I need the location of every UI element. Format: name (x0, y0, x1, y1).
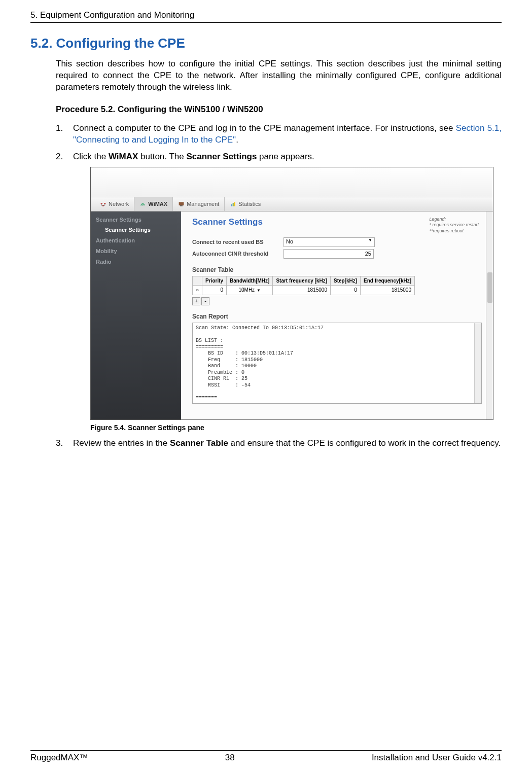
nav-management[interactable]: Management (173, 197, 225, 211)
step-number: 2. (56, 151, 63, 163)
nav-network[interactable]: Network (95, 197, 134, 211)
scanner-table-heading: Scanner Table (192, 266, 482, 274)
step-text: Connect a computer to the CPE and log in… (73, 123, 456, 133)
screenshot-sidebar: Scanner Settings Scanner Settings Authen… (91, 212, 181, 419)
cell-priority: 0 (202, 286, 227, 295)
table-header: Start frequency [kHz] (273, 276, 331, 286)
cell-end-freq[interactable]: 1815000 (361, 286, 415, 295)
table-header-row: Priority Bandwidth[MHz] Start frequency … (193, 276, 415, 286)
nav-label: Network (109, 200, 129, 208)
svg-rect-0 (101, 203, 102, 204)
connect-select[interactable]: No▼ (283, 237, 375, 247)
step-text: and ensure that the CPE is configured to… (228, 438, 501, 448)
footer-right: Installation and User Guide v4.2.1 (372, 753, 502, 763)
table-header: End frequency[kHz] (361, 276, 415, 286)
ui-element: Scanner Settings (186, 152, 257, 161)
step-number: 3. (56, 438, 63, 449)
form-label: Autoconnect CINR threshold (192, 250, 283, 258)
nav-label: Management (187, 200, 219, 208)
svg-rect-9 (231, 204, 232, 206)
table-controls: + - (192, 297, 482, 305)
legend-line: * requires service restart (429, 222, 479, 228)
svg-point-6 (143, 205, 144, 206)
cell-start-freq[interactable]: 1815000 (273, 286, 331, 295)
scrollbar[interactable] (486, 212, 493, 419)
sidebar-item-radio[interactable]: Radio (91, 257, 181, 267)
svg-rect-10 (233, 203, 234, 206)
table-row[interactable]: ○ 0 10MHz▼ 1815000 0 1815000 (193, 286, 415, 295)
scroll-thumb[interactable] (487, 272, 492, 303)
statistics-icon (230, 201, 236, 207)
step-text: Click the (73, 152, 109, 161)
table-header: Bandwidth[MHz] (227, 276, 273, 286)
procedure-heading: Procedure 5.2. Configuring the WiN5100 /… (56, 104, 502, 115)
sidebar-item-mobility[interactable]: Mobility (91, 246, 181, 257)
nav-statistics[interactable]: Statistics (225, 197, 266, 211)
section-heading: 5.2. Configuring the CPE (30, 36, 502, 51)
wimax-icon (139, 201, 146, 207)
table-header (193, 276, 202, 286)
form-row-autoconnect: Autoconnect CINR threshold (192, 249, 482, 259)
step-text: . (236, 135, 238, 145)
form-row-connect: Connect to recent used BS No▼ (192, 237, 482, 247)
add-row-button[interactable]: + (192, 297, 200, 305)
figure-container: Network WiMAX Management Statistics (90, 167, 502, 433)
scan-report-box: Scan State: Connected To 00:13:D5:01:1A:… (192, 323, 482, 404)
screenshot-main: Legend: * requires service restart **req… (181, 212, 493, 419)
screenshot-nav: Network WiMAX Management Statistics (91, 197, 493, 212)
svg-rect-1 (104, 203, 105, 204)
svg-rect-7 (179, 202, 184, 205)
footer-left: RuggedMAX™ (30, 753, 88, 763)
page-footer: RuggedMAX™ 38 Installation and User Guid… (30, 750, 502, 763)
legend-title: Legend: (429, 217, 479, 223)
step-text: Review the entries in the (73, 438, 170, 448)
nav-label: WiMAX (148, 200, 167, 208)
step-3: 3. Review the entries in the Scanner Tab… (56, 438, 502, 449)
cell-bandwidth[interactable]: 10MHz▼ (227, 286, 273, 295)
autoconnect-input[interactable] (283, 249, 374, 259)
table-header: Step[kHz] (330, 276, 360, 286)
ui-element: Scanner Table (170, 438, 228, 448)
step-2: 2. Click the WiMAX button. The Scanner S… (56, 151, 502, 433)
step-text: pane appears. (257, 152, 314, 161)
step-number: 1. (56, 123, 63, 134)
chapter-header: 5. Equipment Configuration and Monitorin… (30, 0, 502, 23)
screenshot-header (91, 167, 493, 197)
svg-rect-11 (234, 202, 235, 206)
ui-element: WiMAX (109, 152, 138, 161)
sidebar-item-scanner[interactable]: Scanner Settings (91, 215, 181, 225)
legend: Legend: * requires service restart **req… (429, 217, 479, 234)
intro-paragraph: This section describes how to configure … (56, 58, 502, 93)
form-label: Connect to recent used BS (192, 238, 283, 246)
management-icon (178, 201, 185, 207)
scanner-table: Priority Bandwidth[MHz] Start frequency … (192, 276, 415, 295)
legend-line: **requires reboot (429, 228, 479, 234)
footer-page-number: 38 (225, 753, 235, 763)
remove-row-button[interactable]: - (201, 297, 209, 305)
row-radio[interactable]: ○ (193, 286, 202, 295)
sidebar-item-scanner-sub[interactable]: Scanner Settings (91, 225, 181, 235)
scan-report-heading: Scan Report (192, 312, 482, 321)
step-1: 1. Connect a computer to the CPE and log… (56, 123, 502, 146)
screenshot-body: Scanner Settings Scanner Settings Authen… (91, 212, 493, 419)
figure-caption: Figure 5.4. Scanner Settings pane (90, 423, 502, 433)
procedure-list: 1. Connect a computer to the CPE and log… (56, 123, 502, 449)
nav-wimax[interactable]: WiMAX (134, 197, 173, 211)
svg-rect-8 (180, 205, 183, 206)
step-text: button. The (138, 152, 186, 161)
chevron-down-icon: ▼ (368, 238, 372, 243)
nav-label: Statistics (238, 200, 261, 208)
screenshot: Network WiMAX Management Statistics (90, 167, 493, 420)
chevron-down-icon: ▼ (257, 288, 261, 293)
select-value: No (286, 238, 293, 244)
network-icon (100, 201, 107, 207)
sidebar-item-authentication[interactable]: Authentication (91, 235, 181, 246)
table-header: Priority (202, 276, 227, 286)
cell-step[interactable]: 0 (330, 286, 360, 295)
scrollbar[interactable] (474, 323, 481, 403)
